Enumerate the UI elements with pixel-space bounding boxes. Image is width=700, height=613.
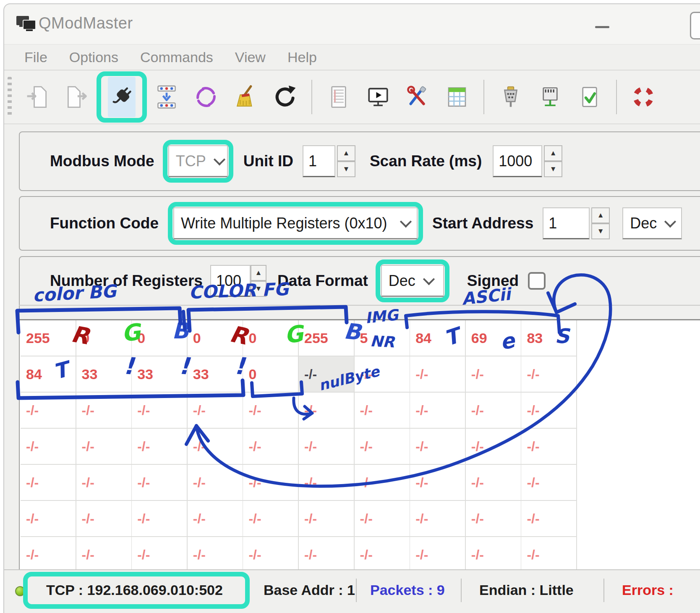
register-cell[interactable]: -/- [521,501,577,537]
register-cell[interactable]: -/- [299,465,355,501]
register-cell[interactable]: -/- [299,537,355,572]
register-cell[interactable]: 0 [243,356,299,393]
reset-counters-icon[interactable] [271,77,299,117]
spin-down-button[interactable] [591,223,610,239]
register-cell[interactable]: 33 [132,356,188,393]
register-cell[interactable]: -/- [355,465,410,501]
menu-commands[interactable]: Commands [129,49,224,65]
register-cell[interactable]: -/- [188,537,243,572]
settings-tools-icon[interactable] [404,77,431,117]
register-cell[interactable]: -/- [132,393,188,429]
register-cell[interactable]: -/- [132,501,188,537]
register-cell[interactable]: 5 [355,320,410,356]
register-cell[interactable]: 83 [521,320,577,356]
data-format-select[interactable]: Dec [381,265,444,297]
spin-up-button[interactable] [337,145,355,161]
register-cell[interactable]: -/- [355,356,410,393]
scan-rate-input[interactable]: 1000 [493,145,542,177]
register-cell[interactable]: 33 [188,356,243,393]
menu-file[interactable]: File [13,49,58,65]
register-cell[interactable]: 84 [21,356,76,393]
register-cell[interactable]: -/- [355,501,410,537]
registers-table-icon[interactable] [443,77,471,117]
register-cell[interactable]: -/- [21,429,76,465]
register-cell[interactable]: -/- [466,501,522,537]
spin-up-button[interactable] [591,207,610,223]
spin-down-button[interactable] [544,161,562,177]
load-session-icon[interactable] [24,77,51,117]
register-cell[interactable]: -/- [355,393,410,429]
register-cell[interactable]: 0 [243,320,299,356]
register-cell[interactable]: -/- [243,429,299,465]
save-session-icon[interactable] [63,77,91,117]
spin-down-button[interactable] [251,281,266,297]
register-cell[interactable]: -/- [132,465,188,501]
register-cell[interactable]: 0 [76,320,132,356]
register-cell[interactable]: -/- [355,429,410,465]
register-cell[interactable]: -/- [410,429,466,465]
function-code-select[interactable]: Write Multiple Registers (0x10) [173,207,418,239]
register-cell[interactable]: -/- [188,465,243,501]
register-cell[interactable]: -/- [466,465,522,501]
register-cell[interactable]: -/- [132,537,188,572]
register-cell[interactable]: -/- [299,501,355,537]
register-cell[interactable]: -/- [76,501,132,537]
menu-view[interactable]: View [224,49,277,65]
register-cell[interactable]: -/- [410,537,466,572]
register-cell[interactable]: -/- [299,393,355,429]
register-cell[interactable]: -/- [21,393,76,429]
register-cell[interactable]: -/- [132,429,188,465]
number-of-registers-input[interactable]: 100 [210,265,251,297]
signed-checkbox[interactable] [528,272,546,290]
modbus-mode-select[interactable]: TCP [168,145,228,177]
register-cell[interactable]: 0 [188,320,243,356]
register-cell[interactable]: -/- [410,393,466,429]
maximize-button[interactable] [690,12,700,39]
register-cell[interactable]: -/- [243,465,299,501]
register-cell[interactable]: -/- [76,465,132,501]
register-cell[interactable]: -/- [243,501,299,537]
register-cell[interactable]: -/- [21,465,76,501]
register-cell[interactable]: -/- [76,429,132,465]
register-cell[interactable]: -/- [521,537,577,572]
bus-monitor-icon[interactable] [364,77,392,117]
register-cell[interactable]: 33 [76,356,132,393]
unit-id-input[interactable]: 1 [303,145,335,177]
register-cell[interactable]: -/- [299,356,355,393]
register-cell[interactable]: -/- [466,429,522,465]
register-cell[interactable]: -/- [21,501,76,537]
register-cell[interactable]: 255 [299,320,355,356]
about-help-icon[interactable] [629,77,657,117]
register-cell[interactable]: -/- [410,501,466,537]
serial-settings-icon[interactable] [497,77,525,117]
register-cell[interactable]: -/- [355,537,410,572]
spin-down-button[interactable] [337,161,355,177]
register-cell[interactable]: 84 [410,320,466,356]
menu-options[interactable]: Options [58,49,129,65]
spin-up-button[interactable] [251,265,266,281]
register-cell[interactable]: -/- [188,501,243,537]
register-cell[interactable]: -/- [521,393,577,429]
register-cell[interactable]: -/- [521,356,577,393]
register-cell[interactable]: -/- [466,356,522,393]
register-cell[interactable]: -/- [466,393,522,429]
minimize-button[interactable] [595,26,609,28]
register-cell[interactable]: -/- [76,537,132,572]
register-cell[interactable]: -/- [243,393,299,429]
log-icon[interactable] [325,77,353,117]
register-cell[interactable]: -/- [188,393,243,429]
clear-icon[interactable] [232,77,259,117]
scan-loop-icon[interactable] [192,77,220,117]
spin-up-button[interactable] [544,145,562,161]
unit-test-icon[interactable] [576,77,603,117]
register-cell[interactable]: -/- [299,429,355,465]
register-cell[interactable]: 0 [132,320,188,356]
register-cell[interactable]: -/- [521,465,577,501]
register-cell[interactable]: -/- [410,356,466,393]
network-settings-icon[interactable] [536,77,564,117]
register-cell[interactable]: -/- [21,537,76,572]
menu-help[interactable]: Help [277,49,328,65]
register-cell[interactable]: -/- [243,537,299,572]
register-cell[interactable]: -/- [76,393,132,429]
toolbar-grip[interactable] [8,77,12,117]
